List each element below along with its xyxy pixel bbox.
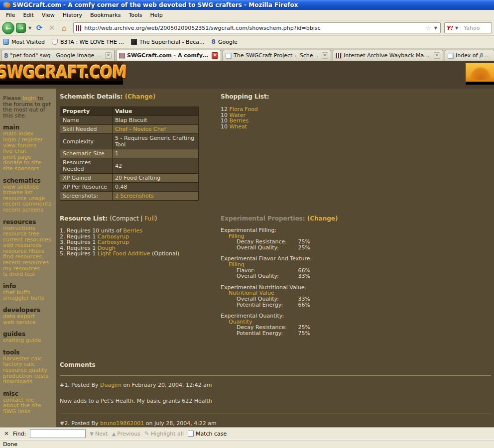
- find-previous-button[interactable]: ▲Previous: [112, 431, 140, 437]
- home-button[interactable]: ⌂: [59, 22, 70, 33]
- sidebar-link-smuggler-buffs[interactable]: smuggler buffs: [3, 295, 54, 301]
- find-input[interactable]: [30, 429, 86, 438]
- sidebar-link-login-register[interactable]: login / register: [3, 137, 54, 143]
- menu-history[interactable]: History: [59, 10, 86, 20]
- url-dropdown-icon[interactable]: ▼: [433, 26, 438, 30]
- sidebar-intro: Please login to the forums to get the mo…: [3, 96, 54, 118]
- yahoo-search-icon[interactable]: Y!: [446, 25, 453, 31]
- checkbox-icon[interactable]: [188, 431, 194, 437]
- bookmark-label: B3TA : WE LOVE THE ...: [60, 39, 124, 45]
- stat-label: Overall Quality:: [237, 273, 292, 279]
- value-link[interactable]: Chef - Novice Chef: [115, 126, 166, 132]
- reload-button[interactable]: ⟳: [34, 22, 45, 33]
- menu-help[interactable]: Help: [146, 10, 167, 20]
- tab-close-icon[interactable]: ✕: [212, 52, 218, 59]
- comment-posted-by: Posted By: [71, 420, 100, 427]
- property-cell: Schematic Size: [60, 149, 113, 158]
- property-cell: XP Gained: [60, 174, 113, 183]
- sidebar-link-browse-list[interactable]: browse list: [3, 190, 54, 196]
- search-engine-dropdown-icon[interactable]: ▼: [454, 26, 459, 30]
- sidebar-section-resources: resourcesinstructionsresource treecurren…: [3, 219, 54, 277]
- experimental-group: Experimental Quantity:QuantityDecay Resi…: [221, 313, 494, 336]
- experimental-group: Experimental Filling:FillingDecay Resist…: [221, 227, 494, 250]
- menu-file[interactable]: File: [2, 10, 19, 20]
- sidebar-link-site-sponsors[interactable]: site sponsors: [3, 166, 54, 172]
- main-content: Schematic Details: (Change) PropertyValu…: [56, 89, 494, 427]
- resource-link[interactable]: Light Food Additive: [98, 250, 150, 257]
- browser-tab[interactable]: The SWGCraft Project :: Schematic: Be...…: [223, 50, 331, 61]
- sidebar-link-recent-resources[interactable]: recent resources: [3, 260, 54, 266]
- value-cell: 5 - Requires Generic Crafting Tool: [113, 134, 199, 149]
- arrow-down-icon: ▼: [90, 431, 94, 437]
- match-case-option[interactable]: Match case: [188, 431, 227, 437]
- find-close-icon[interactable]: ✕: [4, 430, 9, 437]
- bookmark-item[interactable]: Most Visited: [3, 39, 45, 45]
- sidebar-section-title: info: [3, 283, 54, 290]
- url-text[interactable]: http://web.archive.org/web/2005020905235…: [84, 25, 423, 31]
- bookmark-item[interactable]: B3TA : WE LOVE THE ...: [52, 39, 124, 45]
- tab-bar: 8"pet food" swg - Google Image Search✕SW…: [0, 48, 494, 61]
- sidebar-section-info: infochef buffssmuggler buffs: [3, 283, 54, 301]
- google-favicon: 8: [212, 39, 216, 45]
- menu-bookmarks[interactable]: Bookmarks: [86, 10, 124, 20]
- value-link[interactable]: 2 Screenshots: [115, 193, 154, 199]
- tab-close-icon[interactable]: ✕: [434, 52, 440, 59]
- browser-tab[interactable]: SWGCraft.com - A comfy corner ...✕: [116, 50, 221, 61]
- sidebar-link-crafting-guide[interactable]: crafting guide: [3, 337, 54, 343]
- search-field[interactable]: Y! ▼ Yahoo: [444, 22, 492, 33]
- sidebar-section-tools: toolsharvester calcfactory calcresource …: [3, 349, 54, 385]
- sidebar-link-is-droid-test[interactable]: is droid test: [3, 271, 54, 277]
- address-bar[interactable]: http://web.archive.org/web/2005020905235…: [73, 22, 441, 33]
- sidebar-link-SWG-links[interactable]: SWG links: [3, 409, 54, 415]
- sidebar-link-recent-screens[interactable]: recent screens: [3, 207, 54, 213]
- bookmark-item[interactable]: The Superficial - Beca...: [131, 39, 205, 45]
- browser-tab[interactable]: Internet Archive Wayback Machine✕: [333, 50, 443, 61]
- menu-edit[interactable]: Edit: [19, 10, 37, 20]
- sidebar-link-resource-quality[interactable]: resource quality: [3, 367, 54, 373]
- superficial-site-icon: [131, 39, 137, 45]
- property-cell: Skill Needed: [60, 125, 113, 134]
- forward-button[interactable]: →: [16, 23, 26, 33]
- bookmark-star-icon[interactable]: ☆: [425, 24, 431, 32]
- sidebar-link-resource-tree[interactable]: resource tree: [3, 231, 54, 237]
- highlight-all-button[interactable]: ✎Highlight all: [144, 430, 184, 437]
- menu-tools[interactable]: Tools: [124, 10, 146, 20]
- sidebar-link-live-chat[interactable]: live chat: [3, 148, 54, 154]
- full-view-link[interactable]: Full: [144, 215, 155, 222]
- property-cell: Screenshots:: [60, 192, 113, 201]
- tab-close-icon[interactable]: ✕: [322, 52, 328, 59]
- window-titlebar: SWGCraft.com - A comfy corner of the web…: [0, 0, 494, 10]
- sidebar-section-main: mainmain indexlogin / registerview forum…: [3, 124, 54, 171]
- experimental-stat-row: Overall Quality:25%: [221, 245, 310, 251]
- value-text: 1: [115, 150, 119, 157]
- history-dropdown-icon[interactable]: ▼: [27, 26, 32, 30]
- comment-author-link[interactable]: bruno19862001: [100, 420, 144, 427]
- schematic-details-heading: Schematic Details: (Change): [60, 93, 221, 100]
- comment-author-link[interactable]: Duagim: [100, 382, 122, 388]
- sidebar-link-downloads[interactable]: downloads: [3, 379, 54, 385]
- item-link[interactable]: Wheat: [230, 123, 247, 130]
- schematic-change-link[interactable]: (Change): [124, 93, 155, 100]
- schematic-details-title: Schematic Details:: [60, 93, 124, 100]
- browser-tab[interactable]: Index of /images: [445, 50, 494, 61]
- stat-value: 33%: [292, 273, 310, 279]
- menu-view[interactable]: View: [38, 10, 59, 20]
- table-row: NameBlap Biscuit: [60, 116, 199, 125]
- resource-list-title: Resource List:: [60, 215, 110, 222]
- stop-button[interactable]: ✕: [46, 22, 57, 33]
- search-placeholder[interactable]: Yahoo: [461, 25, 480, 31]
- sidebar-link-web-service[interactable]: web service: [3, 320, 54, 326]
- bookmark-item[interactable]: 8Google: [212, 39, 238, 45]
- table-row: Complexity5 - Requires Generic Crafting …: [60, 134, 199, 149]
- table-row: XP Gained20 Food Crafting: [60, 174, 199, 183]
- experimental-change-link[interactable]: (Change): [307, 215, 338, 222]
- browser-tab[interactable]: 8"pet food" swg - Google Image Search✕: [1, 50, 115, 61]
- experimental-stat-row: Overall Quality:33%: [221, 273, 310, 279]
- tab-title: "pet food" swg - Google Image Search: [10, 52, 103, 59]
- sidebar-link-data-export[interactable]: data export: [3, 314, 54, 320]
- find-next-button[interactable]: ▼Next: [90, 431, 108, 437]
- tab-close-icon[interactable]: ✕: [105, 52, 112, 59]
- sidebar-sections: mainmain indexlogin / registerview forum…: [3, 124, 54, 414]
- site-logo[interactable]: SWGCRAFT.COM: [0, 62, 123, 85]
- back-button[interactable]: ←: [2, 22, 14, 34]
